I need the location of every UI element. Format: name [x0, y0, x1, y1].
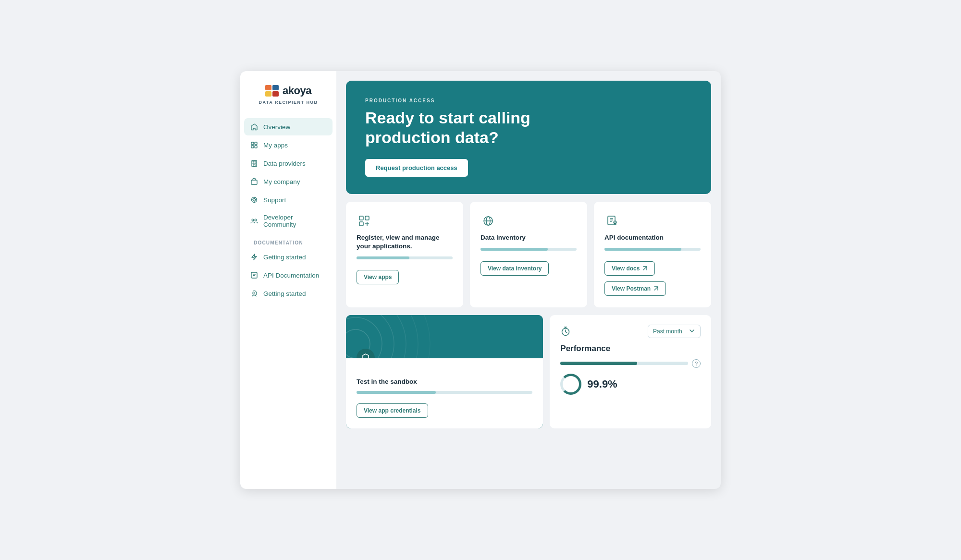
performance-ring-chart: [560, 374, 581, 395]
home-icon: [250, 122, 259, 131]
apps-card-bar: [357, 256, 453, 259]
sandbox-card-title: Test in the sandbox: [357, 377, 532, 386]
sandbox-card-bar-fill: [357, 391, 436, 394]
inventory-card-icon: [480, 213, 496, 229]
view-docs-label: View docs: [612, 265, 640, 272]
sidebar-item-data-providers-label: Data providers: [263, 160, 306, 167]
svg-point-13: [253, 199, 256, 201]
sidebar-item-getting-started-1[interactable]: Getting started: [244, 248, 333, 266]
support-icon: [250, 195, 259, 204]
community-icon: [250, 217, 259, 225]
svg-point-19: [255, 219, 257, 221]
request-production-access-button[interactable]: Request production access: [365, 159, 468, 177]
sidebar-item-overview[interactable]: Overview: [244, 118, 333, 135]
sandbox-card-bar: [357, 391, 532, 394]
sidebar-item-getting-started-2-label: Getting started: [263, 290, 306, 297]
performance-bar: [560, 362, 688, 365]
svg-rect-7: [255, 161, 256, 162]
api-docs-card-bar-fill: [604, 248, 681, 251]
sandbox-card: Test in the sandbox View app credentials: [346, 315, 543, 428]
svg-rect-2: [251, 146, 254, 148]
inventory-card: Data inventory View data inventory: [470, 202, 587, 307]
perf-percentage-row: 99.9%: [560, 374, 701, 395]
past-month-label: Past month: [653, 328, 682, 335]
logo-text: akoya: [283, 85, 311, 97]
api-doc-icon: [250, 271, 259, 280]
svg-rect-1: [255, 142, 257, 145]
api-docs-card: API documentation View docs View Postman: [594, 202, 711, 307]
performance-card: Past month Performance ? 99.9%: [550, 315, 711, 428]
apps-icon: [250, 141, 259, 149]
logo-sq-orange: [265, 85, 271, 90]
sidebar-item-my-company[interactable]: My company: [244, 173, 333, 190]
top-card-grid: Register, view and manage your applicati…: [346, 202, 711, 307]
apps-card-icon: [357, 213, 372, 229]
performance-title: Performance: [560, 344, 701, 353]
logo-subtitle: DATA RECIPIENT HUB: [259, 100, 318, 105]
sidebar-item-api-documentation[interactable]: API Documentation: [244, 267, 333, 284]
doc-section-label: DOCUMENTATION: [244, 233, 333, 248]
past-month-dropdown[interactable]: Past month: [648, 325, 701, 338]
rocket-icon: [250, 289, 259, 298]
question-icon[interactable]: ?: [692, 359, 701, 368]
sidebar-nav: Overview My apps: [240, 118, 336, 479]
sidebar-item-developer-community-label: Developer Community: [263, 214, 327, 228]
sidebar-item-my-apps[interactable]: My apps: [244, 136, 333, 154]
sidebar-item-data-providers[interactable]: Data providers: [244, 155, 333, 172]
view-postman-button[interactable]: View Postman: [604, 281, 666, 296]
svg-point-23: [254, 292, 255, 293]
logo-mark: akoya: [265, 85, 311, 97]
view-data-inventory-button[interactable]: View data inventory: [480, 261, 549, 276]
shield-icon: [361, 353, 370, 358]
sidebar-item-my-apps-label: My apps: [263, 142, 288, 149]
building-icon: [250, 159, 259, 168]
logo-sq-blue: [272, 85, 279, 90]
svg-rect-0: [251, 142, 254, 145]
bottom-card-grid: Test in the sandbox View app credentials: [346, 315, 711, 428]
performance-value: 99.9%: [587, 378, 617, 390]
sidebar-item-overview-label: Overview: [263, 123, 290, 131]
apps-card-bar-fill: [357, 256, 409, 259]
inventory-card-bar: [480, 248, 577, 251]
api-docs-card-buttons: View docs View Postman: [604, 259, 701, 296]
svg-line-45: [566, 332, 567, 333]
company-icon: [250, 177, 259, 186]
svg-point-18: [252, 219, 254, 221]
svg-rect-26: [359, 222, 363, 226]
external-link-icon-docs: [642, 266, 648, 271]
sidebar-item-developer-community[interactable]: Developer Community: [244, 209, 333, 232]
svg-rect-8: [253, 163, 254, 164]
sidebar-item-support-label: Support: [263, 196, 286, 204]
logo-sq-red: [272, 91, 279, 97]
sidebar: akoya DATA RECIPIENT HUB Overview: [240, 71, 336, 489]
perf-bar-row: ?: [560, 359, 701, 368]
sidebar-item-getting-started-2[interactable]: Getting started: [244, 285, 333, 302]
hero-title: Ready to start calling production data?: [365, 108, 596, 147]
svg-rect-3: [255, 146, 257, 148]
logo-squares-icon: [265, 85, 279, 97]
sidebar-item-api-documentation-label: API Documentation: [263, 272, 319, 279]
sidebar-item-getting-started-1-label: Getting started: [263, 254, 306, 261]
api-docs-card-bar: [604, 248, 701, 251]
view-postman-label: View Postman: [612, 285, 651, 292]
hero-label: PRODUCTION ACCESS: [365, 98, 692, 103]
sandbox-title-area: Test in the sandbox: [357, 367, 532, 386]
chevron-down-icon: [690, 329, 694, 333]
sandbox-content: Test in the sandbox View app credentials: [346, 358, 543, 428]
apps-card: Register, view and manage your applicati…: [346, 202, 463, 307]
performance-bar-fill: [560, 362, 637, 365]
inventory-card-title: Data inventory: [480, 233, 577, 242]
view-apps-button[interactable]: View apps: [357, 270, 399, 284]
api-docs-card-icon: [604, 213, 620, 229]
svg-point-40: [346, 315, 406, 358]
apps-card-title: Register, view and manage your applicati…: [357, 233, 453, 251]
perf-header: Past month: [560, 325, 701, 338]
sidebar-item-support[interactable]: Support: [244, 191, 333, 208]
logo-sq-yellow: [265, 91, 271, 97]
inventory-card-bar-fill: [480, 248, 548, 251]
lightning-icon: [250, 253, 259, 261]
timer-icon: [560, 326, 571, 337]
view-docs-button[interactable]: View docs: [604, 261, 655, 276]
view-app-credentials-button[interactable]: View app credentials: [357, 403, 428, 418]
sidebar-item-my-company-label: My company: [263, 178, 300, 185]
